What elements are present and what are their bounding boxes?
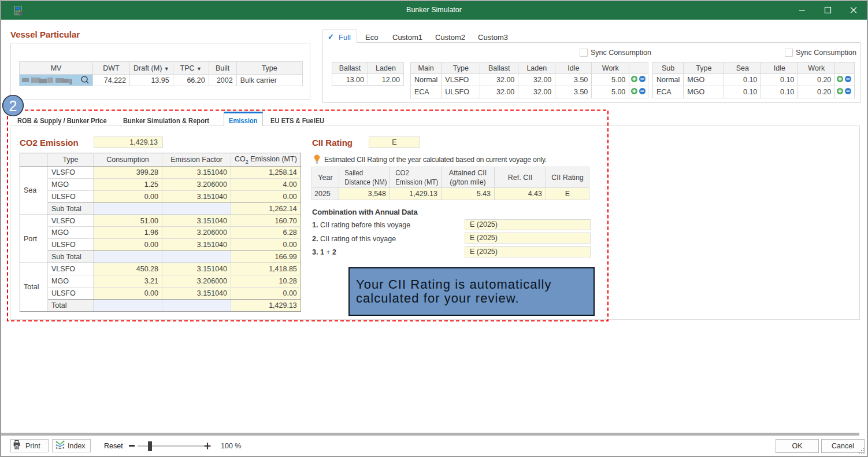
svg-text:2: 2 [9,98,17,114]
